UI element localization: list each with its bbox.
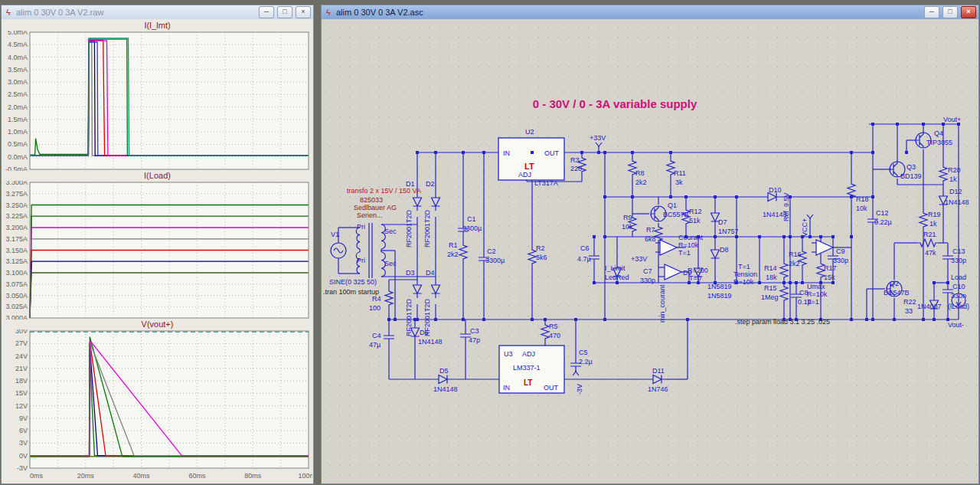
schematic-label[interactable]: D8 xyxy=(720,246,729,254)
schematic-label[interactable]: 1N746 xyxy=(648,385,668,393)
schematic-label[interactable]: 1k xyxy=(929,220,937,228)
schematic-label[interactable]: C2 xyxy=(487,247,496,255)
schematic-label[interactable]: Pri xyxy=(357,257,365,264)
waveform-plot-1[interactable]: 5.0mA4.5mA4.0mA3.5mA3.0mA2.5mA2.0mA1.5mA… xyxy=(2,31,312,171)
schematic-canvas[interactable]: 0 - 30V / 0 - 3A variable supplyU2INOUTA… xyxy=(322,19,978,483)
diode-symbol[interactable] xyxy=(413,195,422,211)
opamp-symbol[interactable] xyxy=(660,240,677,255)
schematic-label[interactable]: 6k8 xyxy=(645,235,656,243)
schematic-label[interactable]: C5 xyxy=(579,349,588,356)
resistor-symbol[interactable] xyxy=(541,323,549,341)
schematic-label[interactable]: U2 xyxy=(525,128,534,136)
schematic-label[interactable]: Pri xyxy=(357,223,365,231)
schematic-label[interactable]: .step param lload 3.1 3.25 .025 xyxy=(735,318,830,326)
schematic-label[interactable]: C12 xyxy=(876,209,889,217)
plot-title[interactable]: I(I_lmt) xyxy=(2,21,313,31)
schematic-label[interactable]: OUT xyxy=(544,384,559,392)
schematic-label[interactable]: Tension xyxy=(733,270,757,278)
schematic-label[interactable]: 470 xyxy=(549,332,560,339)
schematic-label[interactable]: D10 xyxy=(769,186,782,194)
minimize-button[interactable]: ─ xyxy=(924,6,939,18)
schematic-label[interactable]: R11 xyxy=(674,169,686,177)
schematic-label[interactable]: 47µ xyxy=(369,341,381,349)
schematic-label[interactable]: 1k xyxy=(949,175,957,183)
schematic-label[interactable]: -3V xyxy=(576,384,583,395)
schematic-label[interactable]: R9 xyxy=(623,214,632,221)
transistor-leads[interactable] xyxy=(890,162,897,177)
diode-symbol[interactable] xyxy=(432,195,440,211)
schematic-label[interactable]: Ref_9.5V xyxy=(782,192,790,221)
schematic-label[interactable]: D5 xyxy=(439,367,449,375)
schematic-label[interactable]: Vout- xyxy=(948,321,964,329)
resistor-symbol[interactable] xyxy=(780,261,788,280)
schematic-label[interactable]: BD139 xyxy=(900,172,922,180)
schematic-label[interactable]: IN xyxy=(503,149,510,157)
schematic-label[interactable]: R3 xyxy=(570,156,580,164)
schematic-label[interactable]: D9 xyxy=(683,269,692,277)
schematic-label[interactable]: IN xyxy=(503,384,510,392)
minimize-button[interactable]: ─ xyxy=(259,6,274,18)
schematic-label[interactable]: +33V xyxy=(590,134,606,142)
schematic-label[interactable]: 10k xyxy=(622,223,633,231)
schematic-label[interactable]: Q2 xyxy=(890,280,899,287)
diode-symbol[interactable] xyxy=(432,283,440,298)
schematic-label[interactable]: R8 xyxy=(635,169,645,177)
schematic-label[interactable]: 1N5819 xyxy=(707,283,732,290)
schematic-label[interactable]: VCC+ xyxy=(801,218,808,237)
schematic-label[interactable]: R18 xyxy=(856,195,869,203)
schematic-label[interactable]: R14 xyxy=(764,264,777,272)
schematic-label[interactable]: T=1 xyxy=(678,249,691,257)
schematic-label[interactable]: R1 xyxy=(449,241,458,249)
schematic-label[interactable]: 0.22µ xyxy=(874,218,892,226)
diode-symbol[interactable] xyxy=(651,375,666,384)
schematic-label[interactable]: R17 xyxy=(824,264,837,272)
schematic-label[interactable]: LM337-1 xyxy=(513,364,541,372)
schematic-label[interactable]: .tran 100m startup xyxy=(323,288,379,296)
lt-logo[interactable]: LT xyxy=(524,378,532,387)
schematic-label[interactable]: SINE(0 325 50) xyxy=(329,278,377,286)
schematic-label[interactable]: Serien... xyxy=(357,211,383,219)
schematic-label[interactable]: OUT xyxy=(544,149,560,157)
schematic-label[interactable]: Q3 xyxy=(906,163,916,171)
transistor-leads[interactable] xyxy=(916,133,923,148)
schematic-label[interactable]: 330n xyxy=(951,292,966,300)
schematic-label[interactable]: Sec xyxy=(384,228,397,235)
power-flag-33v[interactable] xyxy=(596,143,602,146)
restore-button[interactable]: □ xyxy=(942,6,958,18)
schematic-label[interactable]: 100 xyxy=(369,304,381,312)
schematic-label[interactable]: RF2001T2D xyxy=(405,209,413,247)
schematic-label[interactable]: 330p xyxy=(833,257,848,264)
schematic-label[interactable]: 47k xyxy=(925,249,936,257)
schematic-label[interactable]: D4 xyxy=(426,269,435,277)
schematic-label[interactable]: Load xyxy=(951,274,966,281)
schematic-label[interactable]: 1Meg xyxy=(761,293,779,301)
schematic-label[interactable]: +33V xyxy=(631,255,647,263)
diode-symbol[interactable] xyxy=(413,283,422,298)
schematic-label[interactable]: BC557B xyxy=(663,211,689,218)
schematic-label[interactable]: ADJ xyxy=(518,171,531,179)
sine-glyph[interactable] xyxy=(334,248,343,253)
diode-symbol[interactable] xyxy=(436,375,452,384)
schematic-label[interactable]: R22 xyxy=(903,298,916,306)
schematic-label[interactable]: LedRed xyxy=(605,274,629,281)
schematic-titlebar[interactable]: ϟ alim 0 30V 0 3A V2.asc ─ □ × xyxy=(322,5,978,20)
schematic-label[interactable]: R21 xyxy=(923,231,936,238)
schematic-label[interactable]: Sedlbauer AG xyxy=(354,204,397,211)
schematic-label[interactable]: 1N4148 xyxy=(433,385,458,393)
schematic-label[interactable]: 1N4148 xyxy=(945,198,969,206)
resistor-symbol[interactable] xyxy=(528,247,536,266)
restore-button[interactable]: □ xyxy=(277,6,292,18)
schematic-label[interactable]: C1 xyxy=(467,215,476,223)
resistor-symbol[interactable] xyxy=(939,165,947,183)
schematic-label[interactable]: Umax xyxy=(807,283,825,290)
schematic-label[interactable]: 3300µ xyxy=(462,224,482,232)
schematic-label[interactable]: R=10k xyxy=(678,241,699,249)
schematic-label[interactable]: 51k xyxy=(689,217,701,224)
schematic-label[interactable]: D6 xyxy=(420,329,429,336)
schematic-label[interactable]: 220 xyxy=(570,165,582,172)
schematic-label[interactable]: (lLoad) xyxy=(948,303,969,310)
schematic-label[interactable]: 1N4148 xyxy=(418,338,443,346)
schematic-label[interactable]: C13 xyxy=(952,247,965,255)
schematic-label[interactable]: D2 xyxy=(426,180,435,188)
transistor-leads[interactable] xyxy=(651,206,658,221)
